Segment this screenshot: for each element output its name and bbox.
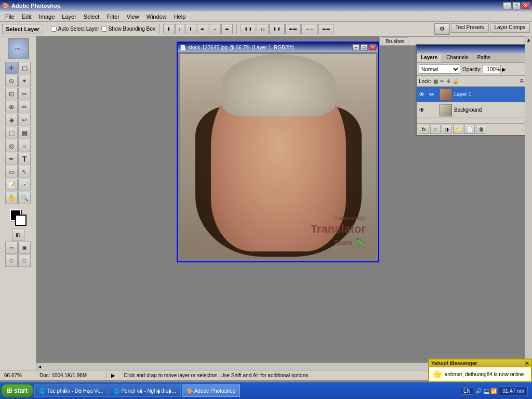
watermark-small: Wonder-design: [311, 216, 366, 222]
move-tool[interactable]: ✛: [5, 62, 18, 74]
align-bottom-btn[interactable]: ⬇: [185, 24, 196, 34]
blur-tool[interactable]: ◎: [5, 140, 18, 152]
canvas-right-scrollbar[interactable]: ▲ ▼: [525, 36, 532, 370]
lock-paint-icon[interactable]: ✏: [440, 78, 444, 84]
notes-tool[interactable]: 📝: [5, 179, 18, 191]
bg-layer-name[interactable]: Background: [454, 107, 532, 113]
canvas-scroll-left[interactable]: ◄: [37, 364, 42, 369]
layer-item-layer1[interactable]: 👁 ✏ Layer 1 ✕: [417, 87, 532, 102]
menu-window[interactable]: Window: [143, 13, 170, 20]
doc-maximize-btn[interactable]: □: [361, 44, 368, 50]
menu-filter[interactable]: Filter: [103, 13, 122, 20]
layer-mask-btn[interactable]: ○: [430, 125, 441, 134]
align-top-btn[interactable]: ⬆: [163, 24, 175, 34]
brushes-tab[interactable]: Brushes: [382, 37, 408, 45]
screen-mode-full[interactable]: ▣: [18, 242, 31, 254]
dist-top-btn[interactable]: ⬆⬆: [241, 24, 256, 34]
selection-tool[interactable]: ▢: [18, 62, 31, 74]
auto-select-checkbox[interactable]: Auto Select Layer: [51, 26, 99, 32]
options-icon[interactable]: ⚙: [434, 23, 450, 35]
layer-comps-btn[interactable]: Layer Comps: [490, 23, 530, 33]
dist-center-btn[interactable]: ↔↔: [301, 24, 318, 34]
lasso-tool[interactable]: ⊙: [5, 75, 18, 87]
pen-tool[interactable]: ✒: [5, 153, 18, 165]
taskbar-item-2[interactable]: 🌐 Pencil vẽ - Nghệ thuậ...: [109, 384, 180, 397]
language-indicator[interactable]: EN: [461, 387, 473, 395]
quick-mask-btn[interactable]: ◧: [12, 229, 24, 241]
show-bounding-checkbox[interactable]: Show Bounding Box: [101, 26, 155, 32]
lock-all-icon[interactable]: 🔒: [453, 78, 459, 84]
hand-tool[interactable]: ✋: [5, 192, 18, 204]
doc-minimize-btn[interactable]: −: [352, 44, 360, 50]
start-button[interactable]: ⊞ start: [1, 384, 33, 397]
history-brush-tool[interactable]: ↩: [18, 114, 31, 126]
bg-visibility-icon[interactable]: 👁: [419, 107, 427, 114]
menu-file[interactable]: File: [2, 13, 18, 20]
tab-channels[interactable]: Channels: [442, 54, 473, 62]
jump-to-imageready[interactable]: ⬡: [5, 255, 18, 267]
crop-tool[interactable]: ⊡: [5, 88, 18, 100]
menu-view[interactable]: View: [124, 13, 142, 20]
tool-presets-btn[interactable]: Tool Presets: [451, 23, 489, 33]
align-right-btn[interactable]: ➡: [221, 24, 233, 34]
heal-tool[interactable]: ⊕: [5, 101, 18, 113]
layer-delete-btn[interactable]: 🗑: [476, 125, 486, 134]
align-center-btn[interactable]: ↔: [209, 24, 221, 34]
layer-new-btn[interactable]: 📄: [464, 125, 475, 134]
select-layer-tool[interactable]: Select Layer: [2, 24, 43, 34]
screen-mode-standard[interactable]: ▭: [5, 242, 18, 254]
menu-help[interactable]: Help: [171, 13, 189, 20]
layer-group-btn[interactable]: 📁: [453, 125, 463, 134]
clone-tool[interactable]: ◈: [5, 114, 18, 126]
background-color[interactable]: [15, 215, 26, 226]
lock-move-icon[interactable]: ✛: [446, 78, 450, 84]
taskbar-item-photoshop[interactable]: 🎨 Adobe Photoshop: [182, 384, 241, 397]
dist-mid-btn[interactable]: ↕↕: [257, 24, 269, 34]
opacity-input[interactable]: [483, 65, 501, 73]
layer1-visibility-icon[interactable]: 👁: [419, 91, 427, 98]
gradient-tool[interactable]: ▦: [18, 127, 31, 139]
tab-paths[interactable]: Paths: [473, 54, 496, 62]
align-middle-btn[interactable]: ↕: [175, 24, 185, 34]
shape-tool[interactable]: ▭: [5, 166, 18, 178]
dist-right-btn[interactable]: ➡➡: [318, 24, 334, 34]
yahoo-title-bar: Yahoo! Messenger ✕: [429, 360, 531, 367]
doc-close-btn[interactable]: ✕: [369, 44, 376, 50]
canvas-scroll-up[interactable]: ▲: [526, 37, 531, 43]
tab-layers[interactable]: Layers: [417, 54, 442, 62]
align-left-btn[interactable]: ⬅: [197, 24, 208, 34]
zoom-tool[interactable]: 🔍: [18, 192, 31, 204]
eraser-tool[interactable]: ⬚: [5, 127, 18, 139]
menu-select[interactable]: Select: [81, 13, 103, 20]
slice-tool[interactable]: ✂: [18, 88, 31, 100]
eyedropper-tool[interactable]: 💉: [18, 179, 31, 191]
dodge-tool[interactable]: ○: [18, 140, 31, 152]
dist-left-btn[interactable]: ⬅⬅: [285, 24, 301, 34]
text-tool[interactable]: T: [18, 153, 31, 165]
extras-btn[interactable]: ⬡: [18, 255, 31, 267]
close-button[interactable]: ✕: [522, 2, 530, 9]
system-clock: 01:47 nm: [499, 387, 528, 395]
status-arrow-icon[interactable]: ▶: [111, 373, 115, 378]
brush-tool[interactable]: ✏: [18, 101, 31, 113]
photo-canvas[interactable]: Wonder-design Translator Team 🦎: [180, 54, 376, 259]
menu-layer[interactable]: Layer: [59, 13, 79, 20]
dist-bottom-btn[interactable]: ⬇⬇: [269, 24, 285, 34]
main-area: PS ✛ ▢ ⊙ ✴ ⊡ ✂ ⊕ ✏ ◈ ↩ ⬚ ▦ ◎ ○: [0, 36, 532, 370]
layer1-name[interactable]: Layer 1: [454, 91, 532, 97]
layer-fx-btn[interactable]: fx: [419, 125, 429, 134]
path-selection-tool[interactable]: ↖: [18, 166, 31, 178]
blend-mode-select[interactable]: Normal Multiply Screen: [419, 64, 460, 74]
opacity-arrow[interactable]: ▶: [502, 66, 506, 72]
magic-wand-tool[interactable]: ✴: [18, 75, 31, 87]
menu-edit[interactable]: Edit: [19, 13, 35, 20]
tool-row-5: ◈ ↩: [2, 114, 34, 126]
yahoo-close-btn[interactable]: ✕: [525, 361, 529, 366]
layer-adjustment-btn[interactable]: ◑: [442, 125, 452, 134]
taskbar-item-1[interactable]: 🌐 Tác phẩm - Đồ Họa Vi...: [34, 384, 108, 397]
maximize-button[interactable]: □: [512, 2, 521, 9]
lock-transparency-icon[interactable]: ▦: [433, 78, 438, 84]
minimize-button[interactable]: −: [503, 2, 511, 9]
layer-item-background[interactable]: 👁 Background 🔒: [417, 102, 532, 118]
menu-image[interactable]: Image: [36, 13, 58, 20]
